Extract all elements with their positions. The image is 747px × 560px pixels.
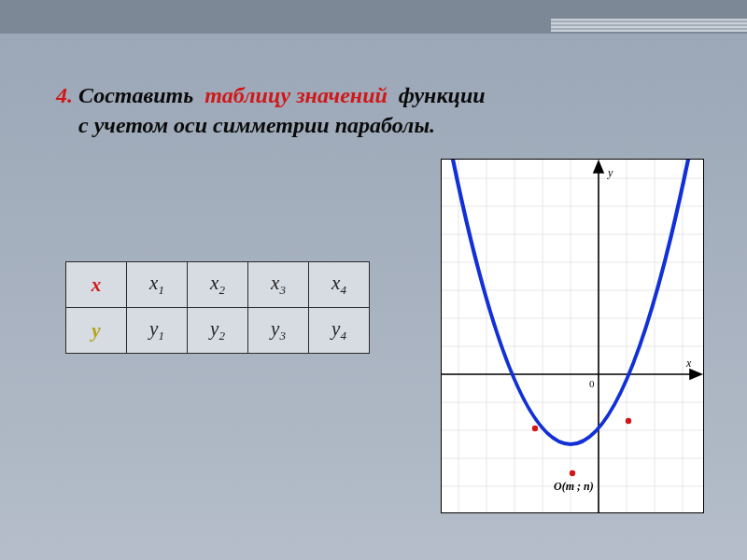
x-axis-label: x (685, 357, 692, 370)
cell-y1: y1 (127, 308, 188, 354)
axes (442, 161, 701, 512)
cell-x4: x4 (309, 262, 370, 308)
row-x-label: x (66, 262, 127, 308)
svg-point-25 (532, 426, 538, 431)
cell-x3: x3 (248, 262, 309, 308)
grid (442, 160, 703, 512)
cell-x1: x1 (127, 262, 188, 308)
graph-panel: y x 0 O(m ; n) (441, 159, 704, 513)
task-number: 4. (56, 83, 73, 107)
sample-points (532, 418, 631, 476)
svg-point-26 (626, 418, 631, 424)
vertex-label: O(m ; n) (554, 480, 594, 493)
heading-emphasis: таблицу значений (204, 83, 388, 107)
parabola-graph: y x 0 O(m ; n) (442, 160, 703, 512)
task-heading: 4. Составить таблицу значений функции с … (56, 80, 691, 141)
values-table: x x1 x2 x3 x4 у y1 y2 y3 y4 (65, 261, 370, 354)
cell-x2: x2 (188, 262, 248, 308)
table-row: x x1 x2 x3 x4 (66, 262, 370, 308)
heading-prefix: Составить (78, 83, 193, 107)
svg-marker-24 (690, 370, 701, 379)
svg-point-27 (570, 470, 575, 476)
origin-label: 0 (589, 378, 595, 389)
row-y-label: у (66, 308, 127, 354)
cell-y2: y2 (188, 308, 248, 354)
svg-marker-22 (594, 161, 603, 173)
slide: 4. Составить таблицу значений функции с … (0, 0, 747, 560)
heading-rest1: функции (399, 83, 486, 107)
table-row: у y1 y2 y3 y4 (66, 308, 370, 354)
y-axis-label: y (607, 166, 613, 179)
heading-line2: с учетом оси симметрии параболы. (78, 113, 435, 137)
cell-y4: y4 (309, 308, 370, 354)
cell-y3: y3 (248, 308, 309, 354)
top-stripe-decor (551, 19, 747, 32)
